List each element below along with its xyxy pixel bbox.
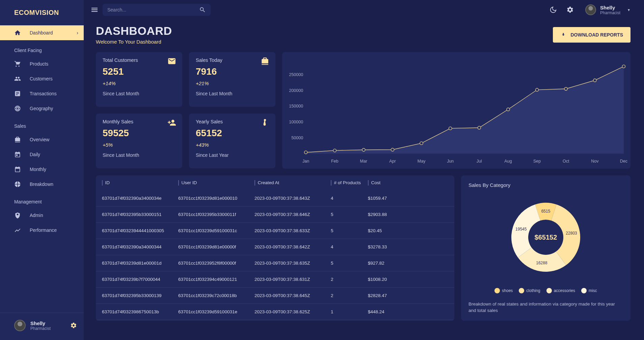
gear-icon[interactable]	[70, 322, 77, 329]
svg-point-1	[333, 149, 336, 152]
cell-products: 4	[328, 196, 365, 201]
stat-yearly-sales: Yearly Sales 65152 +43% Since Last Year	[189, 114, 275, 168]
register-icon	[261, 57, 269, 66]
sidebar-item-products[interactable]: Products	[0, 56, 84, 71]
topbar-user-menu[interactable]: Shelly Pharmacist ▼	[585, 4, 630, 15]
svg-text:Dec: Dec	[620, 159, 627, 164]
legend-dot	[494, 288, 500, 293]
sidebar-item-daily[interactable]: Daily	[0, 147, 84, 162]
sidebar-item-breakdown[interactable]: Breakdown	[0, 177, 84, 192]
svg-point-3	[391, 148, 394, 151]
menu-icon[interactable]	[90, 6, 99, 14]
cell-userid: 63701cc1f03239d59100031e	[176, 309, 252, 314]
stat-change: +43%	[196, 142, 269, 148]
svg-text:16288: 16288	[536, 261, 547, 265]
sidebar-item-transactions[interactable]: Transactions	[0, 86, 84, 101]
legend-dot	[546, 288, 552, 293]
table-row[interactable]: 63701d74f032390a3400034e 63701cc1f03239d…	[96, 190, 454, 207]
svg-text:Jan: Jan	[302, 159, 309, 164]
cell-id: 63701d74f032395b33000139	[99, 293, 176, 298]
legend-item-misc[interactable]: misc	[581, 288, 597, 293]
sidebar-item-performance[interactable]: Performance	[0, 223, 84, 238]
cell-created: 2023-03-09T00:37:38.643Z	[252, 196, 328, 201]
legend-label: clothing	[526, 288, 540, 293]
svg-point-5	[449, 127, 452, 130]
sidebar-item-label: Daily	[30, 152, 40, 157]
cell-created: 2023-03-09T00:37:38.625Z	[252, 309, 328, 314]
sidebar-user-role: Pharmacist	[30, 326, 70, 331]
sidebar-item-label: Geography	[30, 106, 53, 111]
legend-label: misc	[589, 288, 597, 293]
col-userid[interactable]: User ID	[182, 180, 197, 185]
search-icon[interactable]	[199, 6, 206, 13]
cell-userid: 63701cc1f03239c72c00018b	[176, 293, 252, 298]
cell-created: 2023-03-09T00:37:38.642Z	[252, 244, 328, 249]
table-row[interactable]: 63701d74f0323986750013b 63701cc1f03239d5…	[96, 304, 454, 320]
avatar	[585, 4, 596, 15]
legend-item-clothing[interactable]: clothing	[519, 288, 540, 293]
cell-id: 63701d74f032390a3400034e	[99, 196, 176, 201]
legend-label: accessories	[554, 288, 575, 293]
svg-text:Jun: Jun	[447, 159, 454, 164]
stat-since: Since Last Month	[196, 91, 269, 96]
sidebar-item-dashboard[interactable]: Dashboard›	[0, 25, 84, 40]
transactions-icon	[14, 90, 22, 97]
stat-sales-today: Sales Today 7916 +21% Since Last Month	[189, 52, 275, 107]
sidebar-item-label: Products	[30, 61, 48, 67]
sidebar-item-admin[interactable]: Admin	[0, 208, 84, 223]
sidebar-item-customers[interactable]: Customers	[0, 71, 84, 86]
stat-change: +5%	[103, 142, 176, 148]
sidebar-item-label: Transactions	[30, 91, 57, 96]
cell-created: 2023-03-09T00:37:38.635Z	[252, 261, 328, 266]
table-row[interactable]: 63701d74f03239b7f7000044 63701cc1f032394…	[96, 271, 454, 288]
table-row[interactable]: 63701d74f03239d81e00001d 63701cc1f032395…	[96, 255, 454, 271]
sidebar-item-overview[interactable]: Overview	[0, 132, 84, 147]
cell-id: 63701d74f03239b7f7000044	[99, 277, 176, 282]
legend-item-shoes[interactable]: shoes	[494, 288, 513, 293]
avatar	[14, 320, 26, 331]
svg-point-6	[478, 126, 481, 129]
svg-text:Apr: Apr	[389, 159, 396, 164]
col-id[interactable]: ID	[105, 180, 110, 185]
table-row[interactable]: 63701d74f032395b33000139 63701cc1f03239c…	[96, 288, 454, 304]
topbar: Shelly Pharmacist ▼	[84, 0, 644, 20]
sidebar-item-monthly[interactable]: Monthly	[0, 162, 84, 177]
table-row[interactable]: 63701d74f032390a34000344 63701cc1f03239d…	[96, 239, 454, 255]
cell-cost: $20.45	[365, 228, 451, 233]
svg-text:22803: 22803	[566, 231, 577, 236]
table-row[interactable]: 63701d74f032395b33000151 63701cc1f032395…	[96, 207, 454, 223]
daily-icon	[14, 151, 22, 158]
cell-id: 63701d74f0323986750013b	[99, 309, 176, 314]
cell-products: 4	[328, 244, 365, 249]
col-created[interactable]: Created At	[258, 180, 279, 185]
nav-section: Client Facing	[0, 40, 84, 56]
svg-point-4	[420, 142, 423, 145]
topbar-user-role: Pharmacist	[600, 10, 620, 15]
cell-id: 63701d74f032390a34000344	[99, 244, 176, 249]
svg-point-9	[564, 87, 567, 90]
sidebar-item-geography[interactable]: Geography	[0, 101, 84, 116]
gear-icon[interactable]	[564, 3, 576, 16]
table-row[interactable]: 63701d74f0323944441000305 63701cc1f03239…	[96, 223, 454, 239]
svg-point-2	[362, 148, 365, 151]
download-reports-button[interactable]: DOWNLOAD REPORTS	[553, 27, 630, 43]
donut-description: Breakdown of real states and information…	[468, 301, 623, 314]
col-products[interactable]: # of Products	[334, 180, 361, 185]
dark-mode-icon[interactable]	[547, 3, 560, 16]
cell-products: 2	[328, 293, 365, 298]
transactions-table: ID User ID Created At # of Products Cost…	[96, 175, 454, 321]
legend-dot	[519, 288, 524, 293]
cell-products: 2	[328, 277, 365, 282]
col-cost[interactable]: Cost	[371, 180, 381, 185]
search-input[interactable]	[107, 7, 199, 13]
cell-created: 2023-03-09T00:37:38.633Z	[252, 228, 328, 233]
overview-icon	[14, 136, 22, 143]
sidebar-user-name: Shelly	[30, 320, 70, 326]
legend-item-accessories[interactable]: accessories	[546, 288, 575, 293]
monthly-icon	[14, 166, 22, 173]
stat-since: Since Last Month	[103, 152, 176, 158]
nav-section: Management	[0, 192, 84, 208]
sidebar-user: Shelly Pharmacist	[0, 313, 84, 340]
donut-title: Sales By Category	[468, 182, 623, 188]
stat-value: 5251	[103, 66, 176, 77]
